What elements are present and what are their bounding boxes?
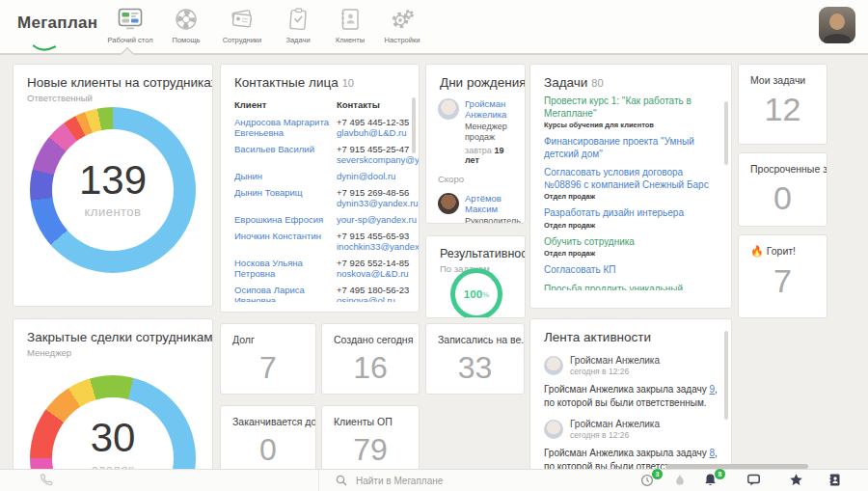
client-link[interactable]: Иночкин Константин: [234, 231, 337, 252]
main-nav: Рабочий стол Помощь: [100, 5, 428, 44]
nav-item-clients[interactable]: Клиенты: [324, 5, 376, 44]
person-avatar[interactable]: [438, 193, 459, 214]
feed-scrollbar[interactable]: [724, 331, 728, 420]
person-link[interactable]: Гройсман Анжелика: [465, 98, 517, 120]
task-link[interactable]: Обучить сотрудника: [544, 236, 718, 249]
counter-debt[interactable]: Долг 7: [220, 323, 316, 395]
counter-burning-tasks[interactable]: 🔥Горит! 7: [738, 234, 827, 318]
tasks-scrollbar[interactable]: [724, 101, 728, 165]
counter-expiring-contracts[interactable]: Заканчивается до... 0: [220, 405, 316, 477]
bell-icon[interactable]: 8: [703, 473, 719, 488]
logo-text: Мегаплан: [17, 14, 97, 33]
counter-title: Долг: [221, 324, 315, 345]
nav-item-employees[interactable]: Сотрудники: [212, 5, 272, 44]
counter-created-today[interactable]: Создано сегодня 16: [321, 323, 420, 395]
widget-title: Новые клиенты на сотрудниках компани...: [14, 65, 212, 90]
app-logo[interactable]: Мегаплан: [17, 14, 97, 33]
task-link[interactable]: Согласовать условия договора №08896 с ко…: [544, 167, 718, 191]
bottombar-divider: [318, 470, 319, 491]
task-project: Курсы обучения для клиентов: [544, 121, 718, 129]
task-link[interactable]: Просьба продлить уникальный договор комп…: [544, 284, 718, 291]
person-link[interactable]: Артёмов Максим: [465, 193, 517, 214]
person-avatar[interactable]: [544, 420, 563, 439]
tasks-list: Провести курс 1: "Как работать в Мегапла…: [530, 90, 731, 290]
global-search[interactable]: [336, 470, 570, 491]
task-project: Отдел продаж: [544, 221, 718, 230]
horizontal-scrollbar[interactable]: [665, 464, 808, 469]
nav-item-desktop[interactable]: Рабочий стол: [100, 5, 160, 44]
task-project: Отдел продаж: [544, 249, 718, 258]
client-link[interactable]: Васильев Василий: [234, 144, 337, 165]
desktop-icon: [100, 5, 160, 32]
widget-count: 80: [591, 77, 603, 89]
counter-title: Клиенты ОП: [322, 406, 419, 427]
contacts-book-icon[interactable]: [827, 473, 843, 488]
task-link[interactable]: Финансирование проекта "Умный детский до…: [544, 136, 718, 160]
task-link[interactable]: Разработать дизайн интерьера: [544, 207, 718, 220]
counter-webinar-signups[interactable]: Записались на ве... 33: [425, 323, 525, 395]
task-item: Согласовать условия договора №08896 с ко…: [544, 167, 718, 201]
star-icon[interactable]: [789, 473, 804, 488]
user-avatar[interactable]: [819, 7, 855, 43]
search-input[interactable]: [354, 475, 570, 487]
counter-sales-dept-clients[interactable]: Клиенты ОП 79: [321, 405, 420, 477]
contacts-scrollbar[interactable]: [412, 97, 416, 153]
client-link[interactable]: Еврошкина Ефросия: [234, 214, 337, 225]
client-link[interactable]: Осипова Лариса Ивановна: [234, 285, 337, 302]
counter-title: Просроченные за...: [739, 153, 827, 175]
task-project: Отдел продаж: [544, 192, 718, 201]
employee-cards-icon: [212, 5, 272, 32]
performance-value: 100: [464, 288, 482, 300]
birthday-when: завтра: [465, 146, 492, 155]
feed-person-name[interactable]: Гройсман Анжелика: [570, 419, 660, 429]
task-link[interactable]: Провести курс 1: "Как работать в Мегапла…: [544, 95, 718, 120]
person-avatar[interactable]: [544, 356, 563, 375]
task-link[interactable]: Согласовать КП: [544, 264, 718, 277]
topbar: Мегаплан Рабочий сто: [0, 0, 868, 55]
counter-title: Мои задачи: [739, 65, 827, 86]
birthday-item: Артёмов Максим Руководитель проектов 4 м…: [426, 184, 525, 224]
feed-time: сегодня в 12:26: [570, 367, 660, 376]
performance-ring-chart[interactable]: 100%: [450, 268, 502, 318]
task-item: Согласовать КП: [544, 264, 718, 277]
contact-email-link[interactable]: dynin@dool.ru: [337, 171, 411, 181]
feed-person-name[interactable]: Гройсман Анжелика: [570, 355, 660, 366]
phone-icon[interactable]: [39, 473, 53, 491]
soon-label: Скоро: [426, 165, 525, 184]
bell-badge: 8: [715, 469, 725, 479]
contact-email-link[interactable]: glavbuh@L&D.ru: [337, 127, 411, 138]
new-clients-donut-chart[interactable]: [30, 107, 196, 273]
contact-email-link[interactable]: noskova@L&D.ru: [337, 268, 411, 279]
contact-email-link[interactable]: osipova@ol.ru: [337, 295, 411, 302]
history-clock-icon[interactable]: 3: [640, 473, 656, 488]
address-book-icon: [324, 5, 376, 32]
widget-title: Задачи: [544, 75, 587, 90]
lifebuoy-icon: [160, 5, 212, 32]
contact-email-link[interactable]: your-sp@yandex.ru: [337, 214, 411, 225]
flame-icon[interactable]: [673, 473, 689, 488]
person-role: Руководитель проектов: [465, 216, 517, 224]
nav-item-tasks[interactable]: Задачи: [272, 5, 324, 44]
contacts-widget: Контактные лица10 Клиент Контакты Андрос…: [220, 64, 420, 313]
counter-value: 0: [221, 432, 315, 468]
contact-email-link[interactable]: severskcompany@y...: [337, 154, 411, 165]
client-link[interactable]: Носкова Ульяна Петровна: [234, 258, 337, 279]
counter-value: 7: [739, 262, 827, 300]
counter-value: 16: [322, 350, 419, 386]
counter-value: 0: [739, 179, 827, 217]
nav-item-help[interactable]: Помощь: [160, 5, 212, 44]
client-link[interactable]: Дынин: [234, 171, 337, 181]
nav-item-settings[interactable]: Настройки: [376, 5, 428, 44]
contacts-table: Андросова Маргарита Евгеньевна +7 495 44…: [221, 115, 419, 302]
contact-email-link[interactable]: inochkin33@yandex...: [337, 241, 411, 252]
client-link[interactable]: Дынин Товарищ: [234, 187, 337, 208]
contact-email-link[interactable]: dynin33@yandex.ru: [337, 198, 411, 208]
counter-title: Создано сегодня: [322, 324, 419, 345]
chat-icon[interactable]: [746, 473, 762, 488]
activity-feed-widget: Лента активности Гройсман Анжелика сегод…: [529, 318, 732, 476]
contact-phone: +7 915 269-48-56: [337, 187, 411, 198]
counter-my-tasks[interactable]: Мои задачи 12: [738, 64, 827, 145]
client-link[interactable]: Андросова Маргарита Евгеньевна: [234, 117, 337, 138]
person-avatar[interactable]: [438, 98, 459, 120]
counter-overdue-tasks[interactable]: Просроченные за... 0: [738, 152, 827, 227]
